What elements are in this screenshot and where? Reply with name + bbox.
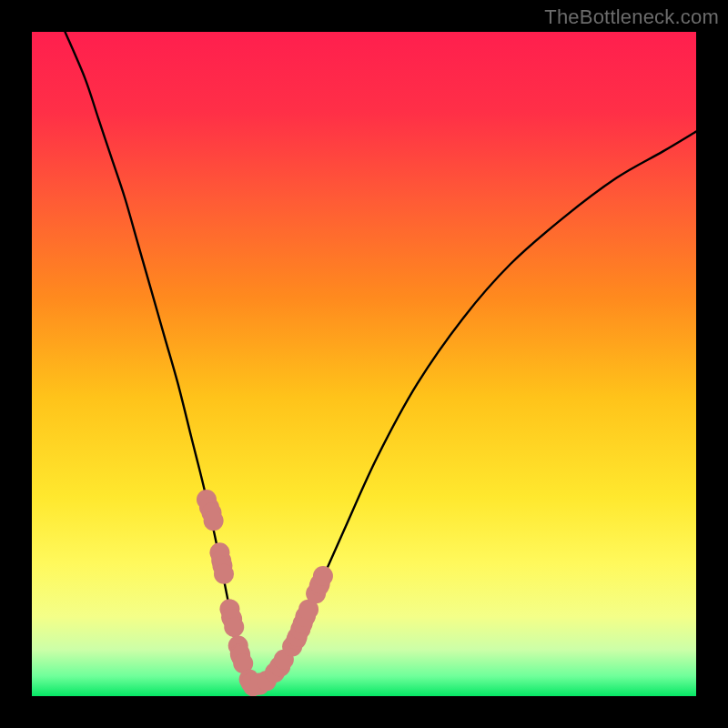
plot-area bbox=[32, 32, 696, 696]
gradient-background bbox=[32, 32, 696, 696]
watermark-text: TheBottleneck.com bbox=[544, 5, 719, 29]
benchmark-point bbox=[214, 564, 234, 584]
chart-svg bbox=[32, 32, 696, 696]
benchmark-point bbox=[224, 617, 244, 637]
benchmark-point bbox=[204, 511, 224, 531]
chart-frame: TheBottleneck.com bbox=[0, 0, 728, 728]
benchmark-point bbox=[313, 566, 333, 586]
